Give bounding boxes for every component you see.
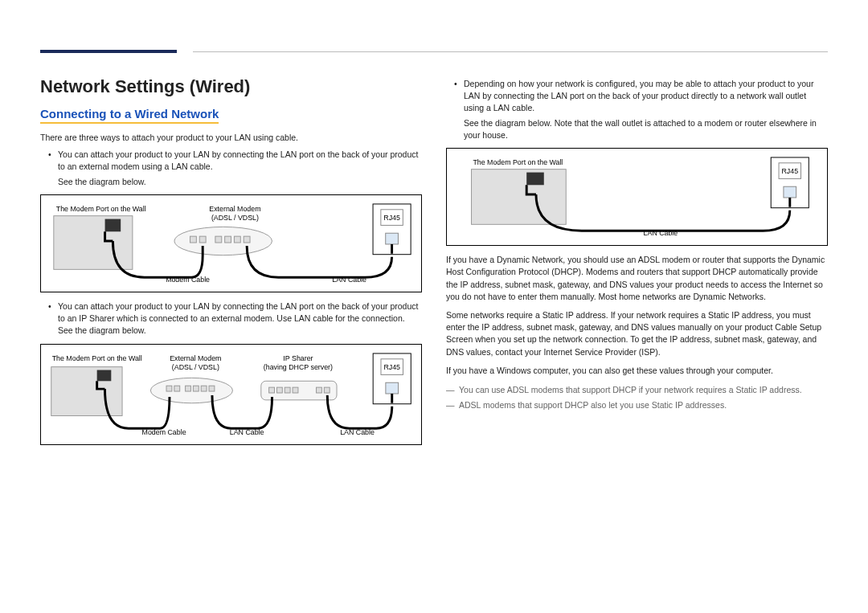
- svg-rect-25: [293, 387, 298, 393]
- svg-rect-5: [215, 236, 222, 243]
- label-modem: External Modem: [170, 353, 221, 362]
- svg-rect-17: [186, 386, 191, 391]
- label-modem-sub: (ADSL / VDSL): [172, 362, 219, 370]
- svg-rect-4: [199, 236, 206, 243]
- label-lan-cable: LAN Cable: [332, 276, 366, 284]
- svg-rect-1: [105, 219, 121, 231]
- svg-rect-11: [386, 233, 399, 244]
- svg-rect-23: [276, 387, 282, 393]
- svg-point-14: [150, 378, 232, 403]
- bullet-item: Depending on how your network is configu…: [464, 78, 828, 141]
- svg-rect-18: [193, 386, 199, 391]
- label-sharer: IP Sharer: [283, 353, 313, 362]
- svg-rect-3: [190, 236, 197, 243]
- svg-rect-35: [784, 186, 796, 198]
- svg-point-2: [174, 227, 272, 255]
- svg-rect-13: [97, 370, 112, 381]
- intro-text: There are three ways to attach your prod…: [40, 132, 422, 144]
- bullet-item: You can attach your product to your LAN …: [58, 300, 422, 337]
- label-modem-cable: Modem Cable: [166, 276, 210, 284]
- paragraph: If you have a Dynamic Network, you shoul…: [446, 254, 828, 303]
- bullet-sub: See the diagram below. Note that the wal…: [464, 117, 828, 141]
- section-heading: Connecting to a Wired Network: [40, 107, 219, 124]
- dash-item: ADSL modems that support DHCP also let y…: [459, 398, 828, 412]
- paragraph: If you have a Windows computer, you can …: [446, 365, 828, 377]
- dash-list: You can use ADSL modems that support DHC…: [446, 383, 828, 412]
- label-rj45: RJ45: [383, 213, 400, 221]
- label-wall: The Modem Port on the Wall: [56, 205, 146, 213]
- right-column: Depending on how your network is configu…: [446, 76, 828, 453]
- label-modem: External Modem: [209, 205, 260, 213]
- label-modem-cable: Modem Cable: [142, 428, 186, 436]
- label-lan: LAN: [385, 202, 399, 203]
- paragraph: Some networks require a Static IP addres…: [446, 309, 828, 358]
- label-rj45: RJ45: [781, 167, 798, 175]
- svg-rect-16: [174, 386, 180, 391]
- label-wall: The Modem Port on the Wall: [52, 353, 142, 362]
- label-modem-sub: (ADSL / VDSL): [211, 213, 259, 221]
- svg-rect-19: [201, 386, 207, 391]
- label-wall: The Modem Port on the Wall: [473, 158, 563, 166]
- bullet-text: You can attach your product to your LAN …: [58, 149, 418, 171]
- bullet-item: You can attach your product to your LAN …: [58, 149, 422, 188]
- diagram-wall-direct: The Modem Port on the Wall LAN RJ45 LAN …: [446, 148, 828, 246]
- svg-rect-30: [386, 382, 399, 394]
- bullet-sub: See the diagram below.: [58, 176, 422, 188]
- bullet-list-left: You can attach your product to your LAN …: [40, 149, 422, 188]
- left-column: Network Settings (Wired) Connecting to a…: [40, 76, 422, 453]
- label-lan-cable: LAN Cable: [340, 428, 375, 436]
- svg-rect-31: [472, 170, 567, 225]
- dash-item: You can use ADSL modems that support DHC…: [459, 383, 828, 397]
- svg-rect-15: [166, 386, 172, 391]
- svg-rect-32: [526, 173, 544, 186]
- svg-rect-22: [269, 387, 275, 393]
- bullet-text: Depending on how your network is configu…: [464, 79, 813, 112]
- diagram-modem-direct: The Modem Port on the Wall External Mode…: [40, 194, 422, 292]
- label-lan: LAN: [783, 155, 796, 157]
- svg-rect-26: [317, 387, 322, 393]
- svg-rect-7: [234, 236, 240, 243]
- page-title: Network Settings (Wired): [40, 76, 422, 97]
- bullet-list-left-2: You can attach your product to your LAN …: [40, 300, 422, 337]
- label-lan-cable: LAN Cable: [644, 229, 678, 237]
- diagram-modem-sharer: The Modem Port on the Wall External Mode…: [40, 344, 422, 445]
- label-lan: LAN: [385, 351, 399, 353]
- bullet-text: You can attach your product to your LAN …: [58, 301, 418, 335]
- svg-rect-12: [51, 366, 122, 415]
- label-sharer-sub: (having DHCP server): [264, 362, 333, 370]
- svg-rect-27: [324, 387, 330, 393]
- bullet-list-right: Depending on how your network is configu…: [446, 78, 828, 141]
- svg-rect-6: [225, 236, 231, 243]
- label-rj45: RJ45: [383, 362, 400, 370]
- label-lan-cable: LAN Cable: [230, 428, 264, 436]
- svg-rect-20: [209, 386, 215, 391]
- svg-rect-24: [285, 387, 290, 393]
- svg-rect-8: [244, 236, 250, 243]
